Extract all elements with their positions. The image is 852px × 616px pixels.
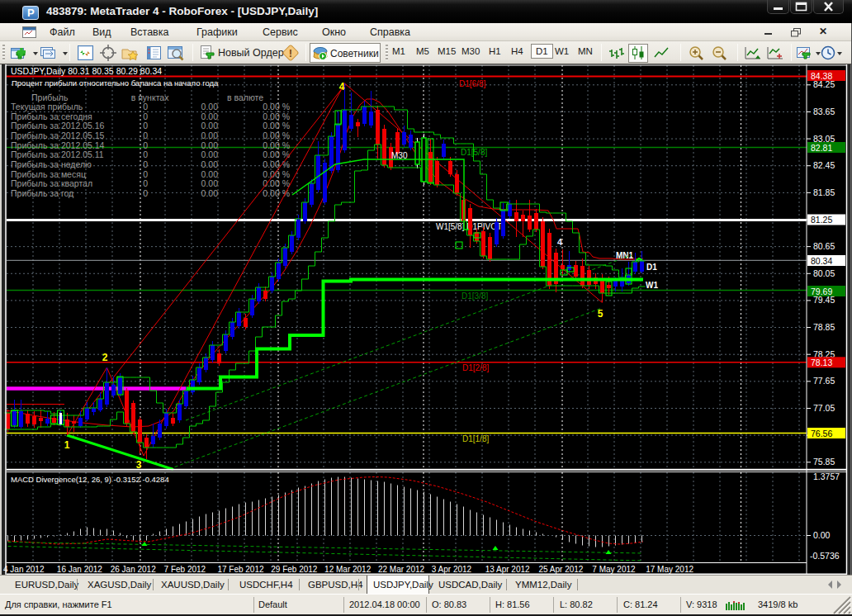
svg-text:D1[1/8]: D1[1/8] <box>462 434 489 443</box>
svg-text:0.00: 0.00 <box>201 149 219 159</box>
svg-text:D1[3/8]: D1[3/8] <box>462 291 488 301</box>
svg-text:12 Mar 2012: 12 Mar 2012 <box>324 565 372 574</box>
svg-text:0: 0 <box>143 178 148 188</box>
svg-text:80.05: 80.05 <box>813 268 835 278</box>
svg-text:1: 1 <box>64 439 70 451</box>
svg-text:Прибыль за квартал: Прибыль за квартал <box>11 178 92 188</box>
svg-text:77.05: 77.05 <box>813 403 835 413</box>
svg-text:0.00 %: 0.00 % <box>263 102 290 111</box>
svg-text:0.00 %: 0.00 % <box>263 130 290 140</box>
svg-text:3 Apr 2012: 3 Apr 2012 <box>432 565 472 574</box>
svg-text:5: 5 <box>598 308 604 320</box>
svg-text:в пунктах: в пунктах <box>131 92 169 102</box>
svg-text:0: 0 <box>143 102 148 111</box>
svg-text:0: 0 <box>143 121 148 130</box>
svg-text:78.85: 78.85 <box>813 322 835 332</box>
svg-text:79.69: 79.69 <box>811 287 832 296</box>
svg-text:0.00 %: 0.00 % <box>263 121 290 130</box>
svg-text:D1[6/8]: D1[6/8] <box>459 79 485 88</box>
svg-text:Процент прибыли относительно б: Процент прибыли относительно баланса на … <box>12 78 219 88</box>
svg-text:4 Jan 2012: 4 Jan 2012 <box>3 565 45 574</box>
svg-text:76.56: 76.56 <box>811 429 832 438</box>
svg-text:0: 0 <box>143 130 148 140</box>
svg-text:7 Feb 2012: 7 Feb 2012 <box>164 565 206 574</box>
svg-text:84.38: 84.38 <box>811 71 832 81</box>
svg-text:0: 0 <box>143 169 148 179</box>
svg-text:78.13: 78.13 <box>811 358 832 367</box>
svg-text:17 May 2012: 17 May 2012 <box>646 565 693 574</box>
svg-text:Прибыль за год: Прибыль за год <box>11 188 73 198</box>
svg-text:2: 2 <box>102 352 108 363</box>
svg-text:0.00: 0.00 <box>813 530 831 540</box>
svg-text:Прибыль за месяц: Прибыль за месяц <box>11 169 86 179</box>
svg-text:0.00: 0.00 <box>201 102 219 111</box>
svg-text:0.00: 0.00 <box>201 130 219 140</box>
svg-text:0.00 %: 0.00 % <box>263 159 290 169</box>
svg-text:0: 0 <box>143 159 148 169</box>
svg-text:25 Apr 2012: 25 Apr 2012 <box>539 565 584 574</box>
svg-text:-0.5736: -0.5736 <box>810 551 840 561</box>
svg-text:в валюте: в валюте <box>227 92 263 102</box>
svg-text:Прибыль за 2012.05.16: Прибыль за 2012.05.16 <box>11 121 105 130</box>
svg-text:0.00 %: 0.00 % <box>263 140 290 150</box>
svg-text:81.85: 81.85 <box>813 187 835 197</box>
svg-text:7 May 2012: 7 May 2012 <box>592 565 636 574</box>
svg-text:0.00: 0.00 <box>201 169 219 179</box>
svg-text:1.3757: 1.3757 <box>813 471 840 481</box>
svg-text:4: 4 <box>339 81 345 92</box>
svg-text:D1: D1 <box>646 263 657 272</box>
svg-text:D1[5/8]: D1[5/8] <box>461 148 487 157</box>
svg-text:0: 0 <box>143 188 148 198</box>
svg-text:75.85: 75.85 <box>813 457 835 467</box>
svg-text:29 Feb 2012: 29 Feb 2012 <box>271 565 318 574</box>
svg-text:Прибыль за 2012.05.11: Прибыль за 2012.05.11 <box>11 149 104 159</box>
svg-text:80.65: 80.65 <box>813 241 835 251</box>
svg-text:16 Jan 2012: 16 Jan 2012 <box>57 565 102 574</box>
svg-text:17 Feb 2012: 17 Feb 2012 <box>217 565 264 574</box>
svg-text:M30: M30 <box>391 151 408 160</box>
svg-text:W1: W1 <box>646 281 658 290</box>
svg-text:0.00: 0.00 <box>201 159 219 169</box>
svg-text:0: 0 <box>143 140 148 150</box>
svg-text:13 Apr 2012: 13 Apr 2012 <box>485 565 530 574</box>
svg-text:79.45: 79.45 <box>813 295 835 305</box>
svg-text:Прибыль за неделю: Прибыль за неделю <box>11 159 92 169</box>
svg-text:77.65: 77.65 <box>813 376 835 386</box>
svg-text:D1[2/8]: D1[2/8] <box>462 363 489 372</box>
svg-text:82.81: 82.81 <box>811 143 832 153</box>
svg-text:Прибыль за 2012.05.14: Прибыль за 2012.05.14 <box>11 140 105 150</box>
svg-text:81.25: 81.25 <box>811 215 832 225</box>
svg-text:80.34: 80.34 <box>811 256 832 266</box>
svg-text:0.00 %: 0.00 % <box>263 169 290 179</box>
svg-text:Прибыль за сегодня: Прибыль за сегодня <box>11 111 92 121</box>
svg-text:USDJPY,Daily 80.31 80.35 80.2: USDJPY,Daily 80.31 80.35 80.29 80.34 <box>11 66 162 76</box>
svg-text:0.00: 0.00 <box>201 178 219 188</box>
svg-text:4: 4 <box>557 237 563 247</box>
svg-text:Прибыль за 2012.05.15: Прибыль за 2012.05.15 <box>11 130 105 140</box>
svg-text:82.45: 82.45 <box>813 160 835 170</box>
svg-text:22 Mar 2012: 22 Mar 2012 <box>378 565 425 574</box>
svg-text:84.25: 84.25 <box>813 79 835 89</box>
svg-text:83.65: 83.65 <box>813 107 835 116</box>
svg-text:0.00: 0.00 <box>201 140 219 150</box>
svg-text:0.00 %: 0.00 % <box>263 149 290 159</box>
svg-text:26 Jan 2012: 26 Jan 2012 <box>111 565 156 574</box>
svg-text:Текущая прибыль: Текущая прибыль <box>11 102 83 111</box>
svg-text:0: 0 <box>143 111 148 121</box>
svg-text:0.00: 0.00 <box>201 121 219 130</box>
svg-text:0.00: 0.00 <box>201 111 219 121</box>
svg-text:0: 0 <box>143 149 148 159</box>
svg-text:MACD Divergence(12, 26, 9) -0.: MACD Divergence(12, 26, 9) -0.3152 -0.42… <box>11 475 169 484</box>
svg-text:Прибыль: Прибыль <box>31 92 69 102</box>
svg-text:0.00 %: 0.00 % <box>263 111 290 121</box>
svg-text:0.00: 0.00 <box>201 188 219 198</box>
